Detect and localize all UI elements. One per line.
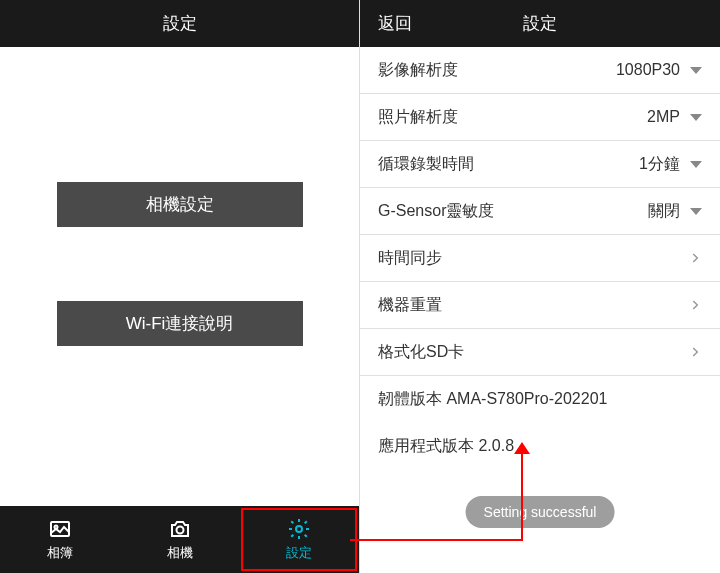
row-loop-time[interactable]: 循環錄製時間 1分鐘 bbox=[360, 141, 720, 188]
dropdown-icon bbox=[690, 208, 702, 215]
wifi-help-button[interactable]: Wi-Fi連接說明 bbox=[57, 301, 303, 346]
chevron-right-icon bbox=[688, 298, 702, 312]
tab-camera[interactable]: 相機 bbox=[120, 506, 240, 573]
gear-icon bbox=[287, 517, 311, 541]
left-title: 設定 bbox=[163, 12, 197, 35]
row-gsensor[interactable]: G-Sensor靈敏度 關閉 bbox=[360, 188, 720, 235]
tab-bar: 相簿 相機 設定 bbox=[0, 506, 359, 573]
row-video-resolution[interactable]: 影像解析度 1080P30 bbox=[360, 47, 720, 94]
album-icon bbox=[48, 517, 72, 541]
camera-settings-button[interactable]: 相機設定 bbox=[57, 182, 303, 227]
chevron-right-icon bbox=[688, 251, 702, 265]
back-button[interactable]: 返回 bbox=[378, 12, 412, 35]
row-reset[interactable]: 機器重置 bbox=[360, 282, 720, 329]
toast-message: Setting successful bbox=[466, 496, 615, 528]
svg-point-3 bbox=[296, 526, 302, 532]
tab-album[interactable]: 相簿 bbox=[0, 506, 120, 573]
annotation-arrow-v bbox=[521, 452, 523, 541]
row-time-sync[interactable]: 時間同步 bbox=[360, 235, 720, 282]
tab-settings[interactable]: 設定 bbox=[239, 506, 359, 573]
dropdown-icon bbox=[690, 114, 702, 121]
camera-icon bbox=[168, 517, 192, 541]
dropdown-icon bbox=[690, 67, 702, 74]
annotation-arrowhead bbox=[514, 442, 530, 454]
row-format-sd[interactable]: 格式化SD卡 bbox=[360, 329, 720, 376]
row-app-version: 應用程式版本 2.0.8 bbox=[360, 423, 720, 470]
row-photo-resolution[interactable]: 照片解析度 2MP bbox=[360, 94, 720, 141]
right-title: 設定 bbox=[523, 12, 557, 35]
annotation-arrow-h bbox=[350, 539, 523, 541]
right-header: 返回 設定 bbox=[360, 0, 720, 47]
svg-point-2 bbox=[176, 527, 183, 534]
left-header: 設定 bbox=[0, 0, 359, 47]
row-firmware: 韌體版本 AMA-S780Pro-202201 bbox=[360, 376, 720, 423]
chevron-right-icon bbox=[688, 345, 702, 359]
dropdown-icon bbox=[690, 161, 702, 168]
